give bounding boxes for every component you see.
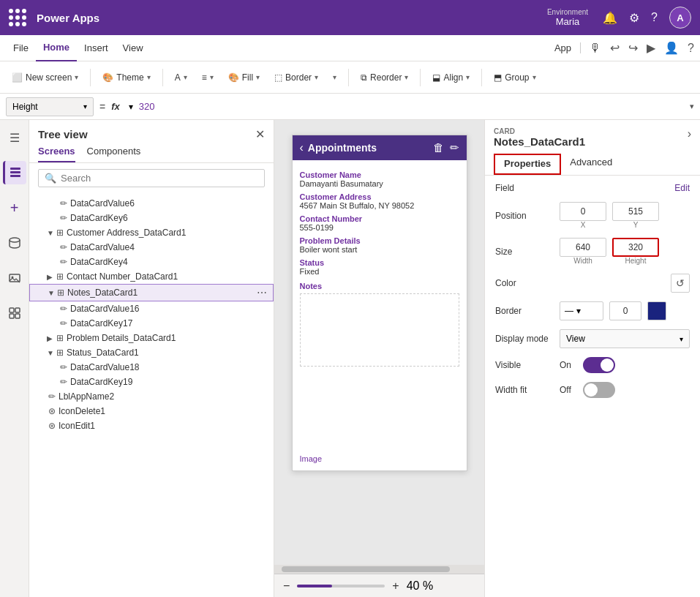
- field-row: Field Edit: [495, 183, 690, 193]
- position-y-input[interactable]: [612, 202, 659, 221]
- menu-insert[interactable]: Insert: [77, 35, 116, 61]
- fx-icon: fx: [111, 101, 120, 112]
- play-icon[interactable]: ▶: [647, 41, 655, 55]
- chevron-status: ▼: [47, 349, 54, 357]
- formula-input[interactable]: [139, 101, 684, 112]
- top-bar-icons: 🔔 ⚙ ? A: [603, 7, 691, 29]
- reorder-button[interactable]: ⧉ Reorder ▾: [355, 70, 414, 86]
- position-x-input[interactable]: [560, 202, 606, 221]
- tree-item-customer-address[interactable]: ▼ ⊞ Customer Address_DataCard1: [29, 225, 274, 240]
- person-icon[interactable]: 🎙: [590, 42, 601, 55]
- fill-icon: 🎨: [228, 72, 239, 83]
- border-style-select[interactable]: — ▾: [560, 301, 603, 320]
- help-icon[interactable]: ?: [651, 11, 658, 24]
- tree-item-datacardkey17[interactable]: ✏ DataCardKey17: [29, 316, 274, 331]
- search-input[interactable]: [61, 173, 258, 184]
- menu-file[interactable]: File: [6, 35, 36, 61]
- main-area: ☰ + Tree view ✕ Screens Components: [0, 120, 700, 597]
- tree-item-datacardvalue16[interactable]: ✏ DataCardValue16: [29, 301, 274, 316]
- svg-point-3: [10, 238, 20, 242]
- size-width-input[interactable]: [560, 238, 606, 257]
- group-button[interactable]: ⬒ Group ▾: [488, 70, 541, 86]
- tree-item-lblappname2[interactable]: ✏ LblAppName2: [29, 389, 274, 404]
- field-selector[interactable]: Height ▾: [6, 97, 94, 116]
- display-mode-select[interactable]: View ▾: [560, 329, 690, 348]
- tree-item-contact-number[interactable]: ▶ ⊞ Contact Number_DataCard1: [29, 269, 274, 284]
- user-avatar[interactable]: A: [669, 7, 691, 29]
- icon2-icon-del: ⊛: [48, 406, 56, 416]
- delete-icon[interactable]: 🗑: [433, 141, 444, 154]
- border-value-input[interactable]: [609, 301, 641, 320]
- divider-4: [420, 69, 421, 86]
- back-button[interactable]: ‹: [300, 141, 304, 154]
- nav-components[interactable]: [3, 301, 26, 325]
- card-icon-problem: ⊞: [56, 333, 64, 343]
- reorder-chevron: ▾: [404, 73, 408, 81]
- zoom-out-button[interactable]: −: [283, 579, 290, 593]
- tree-item-datacardvalue4[interactable]: ✏ DataCardValue4: [29, 240, 274, 255]
- canvas-scroll[interactable]: ‹ Appointments 🗑 ✏ Customer Name Damayan…: [274, 120, 484, 574]
- fill-button[interactable]: 🎨 Fill ▾: [222, 70, 266, 86]
- nav-add[interactable]: +: [3, 196, 26, 219]
- notes-context-menu[interactable]: ⋯: [257, 287, 267, 298]
- field-problem-label: Problem Details: [300, 236, 459, 245]
- color-edit-icon[interactable]: ↺: [671, 274, 690, 293]
- tree-item-datacardkey4[interactable]: ✏ DataCardKey4: [29, 255, 274, 269]
- notifications-icon[interactable]: 🔔: [603, 11, 617, 25]
- canvas-area: ‹ Appointments 🗑 ✏ Customer Name Damayan…: [274, 120, 484, 597]
- notes-area: [300, 293, 459, 367]
- border-color-swatch[interactable]: [647, 301, 666, 320]
- tree-item-status[interactable]: ▼ ⊞ Status_DataCard1: [29, 345, 274, 360]
- visible-toggle[interactable]: [583, 357, 615, 373]
- edit-icon[interactable]: ✏: [450, 141, 459, 154]
- nav-data[interactable]: [3, 231, 26, 255]
- size-height-input[interactable]: [612, 238, 659, 257]
- tree-item-problem-details[interactable]: ▶ ⊞ Problem Details_DataCard1: [29, 331, 274, 345]
- field-customer-address-label: Customer Address: [300, 192, 459, 201]
- border-button[interactable]: ⬚ Border ▾: [268, 70, 324, 86]
- tab-components[interactable]: Components: [87, 146, 141, 162]
- formula-expand-chevron[interactable]: ▾: [690, 102, 694, 111]
- theme-button[interactable]: 🎨 Theme ▾: [97, 70, 156, 86]
- tree-item-datacardkey6[interactable]: ✏ DataCardKey6: [29, 211, 274, 225]
- nav-layers[interactable]: [3, 161, 26, 184]
- field-contact-label: Contact Number: [300, 214, 459, 223]
- more-button[interactable]: ▾: [327, 70, 342, 84]
- undo-icon[interactable]: ↩: [610, 41, 620, 55]
- font-button[interactable]: A ▾: [169, 70, 193, 86]
- zoom-in-button[interactable]: +: [392, 579, 399, 593]
- menu-home[interactable]: Home: [36, 35, 77, 61]
- share-icon[interactable]: 👤: [664, 41, 679, 55]
- help2-icon[interactable]: ?: [688, 42, 694, 55]
- divider-3: [348, 69, 349, 86]
- align-button[interactable]: ⬓ Align ▾: [426, 70, 475, 86]
- tree-item-notes[interactable]: ▼ ⊞ Notes_DataCard1 ⋯: [29, 284, 274, 301]
- field-selector-chevron: ▾: [83, 102, 87, 110]
- new-screen-button[interactable]: ⬜ New screen ▾: [6, 70, 84, 86]
- menu-view[interactable]: View: [116, 35, 151, 61]
- app-launcher-icon[interactable]: [9, 9, 26, 26]
- horizontal-scrollbar[interactable]: [274, 565, 484, 574]
- tree-close-button[interactable]: ✕: [255, 127, 265, 141]
- width-fit-toggle[interactable]: [583, 382, 615, 398]
- tab-properties[interactable]: Properties: [494, 154, 561, 175]
- props-expand-button[interactable]: ›: [688, 127, 691, 140]
- tab-advanced[interactable]: Advanced: [561, 154, 621, 175]
- tree-item-iconedit1[interactable]: ⊛ IconEdit1: [29, 418, 274, 433]
- tab-screens[interactable]: Screens: [38, 146, 75, 162]
- tree-item-datacardvalue18[interactable]: ✏ DataCardValue18: [29, 360, 274, 375]
- position-x-group: X: [560, 202, 606, 229]
- align-text-button[interactable]: ≡ ▾: [196, 70, 219, 86]
- nav-media[interactable]: [3, 266, 26, 290]
- tree-panel: Tree view ✕ Screens Components 🔍 ✏ DataC…: [29, 120, 274, 597]
- settings-icon[interactable]: ⚙: [629, 11, 639, 25]
- field-edit-link[interactable]: Edit: [674, 183, 690, 193]
- tree-item-icondelete1[interactable]: ⊛ IconDelete1: [29, 404, 274, 418]
- zoom-slider[interactable]: [297, 585, 385, 587]
- size-h-group: Height: [612, 238, 659, 265]
- nav-hamburger[interactable]: ☰: [3, 126, 26, 149]
- input-icon-6: ✏: [60, 318, 67, 328]
- redo-icon[interactable]: ↪: [628, 41, 638, 55]
- tree-item-datacardvalue6[interactable]: ✏ DataCardValue6: [29, 196, 274, 211]
- tree-item-datacardkey19[interactable]: ✏ DataCardKey19: [29, 375, 274, 389]
